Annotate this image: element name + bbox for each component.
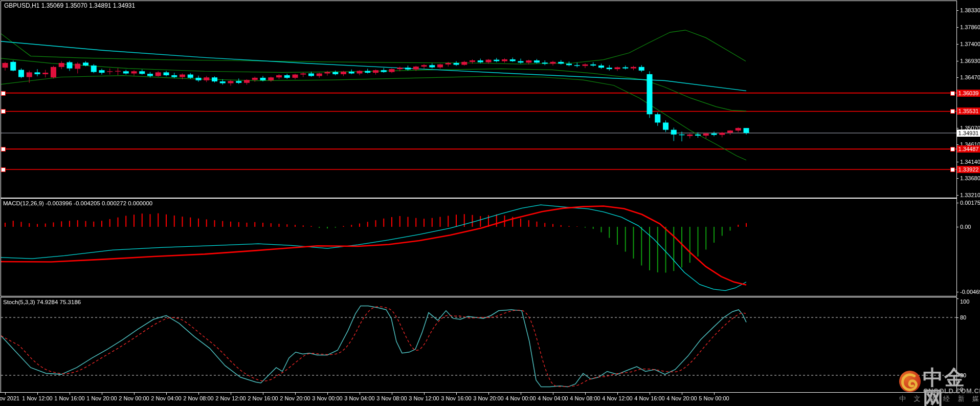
time-axis-label: 4 Nov 00:00 — [505, 395, 536, 401]
time-axis-label: 2 Nov 04:00 — [151, 395, 181, 401]
time-axis-label: 1 Nov 16:00 — [54, 395, 84, 401]
cngold-watermark: 中金网 CNGOLD.COM.CN 中 文 财 经 新 媒 体 — [896, 366, 980, 404]
time-axis-label: 4 Nov 04:00 — [538, 395, 568, 401]
pane-separator-macd[interactable] — [0, 197, 956, 199]
symbol-ohlc-header: GBPUSD,H1 1.35069 1.35070 1.34891 1.3493… — [4, 2, 135, 9]
time-axis-label: 3 Nov 04:00 — [344, 395, 374, 401]
time-axis-label: 4 Nov 20:00 — [666, 395, 697, 401]
hline-left-handle[interactable] — [1, 147, 6, 152]
price-level-badge: 1.33922 — [957, 166, 980, 173]
price-axis-tick-label: 1.33680 — [960, 175, 980, 181]
time-axis-label: 4 Nov 12:00 — [602, 395, 632, 401]
macd-axis-tick-label: 0.001754 — [960, 200, 980, 206]
price-axis-tick-label: 1.34140 — [960, 159, 980, 165]
watermark-domain: CNGOLD.COM.CN — [923, 387, 980, 395]
price-level-badge: 1.35531 — [957, 108, 980, 115]
price-axis-tick-label: 1.33210 — [960, 192, 980, 198]
price-axis-tick-label: 1.36930 — [960, 58, 980, 64]
time-axis-label: 3 Nov 16:00 — [441, 395, 471, 401]
time-axis-label: 5 Nov 00:00 — [699, 395, 729, 401]
time-axis-label: 3 Nov 12:00 — [409, 395, 439, 401]
horizontal-line-object[interactable] — [1, 110, 956, 113]
pane-separator-stoch[interactable] — [0, 295, 956, 297]
price-axis-tick-label: 1.38330 — [960, 7, 980, 13]
hline-right-handle[interactable] — [950, 109, 955, 114]
horizontal-line-object[interactable] — [1, 148, 956, 151]
price-axis-tick-label: 1.36470 — [960, 74, 980, 80]
price-level-badge: 1.36039 — [957, 90, 980, 97]
time-axis-label: 2 Nov 12:00 — [215, 395, 246, 401]
price-axis-tick-label: 1.37860 — [960, 24, 980, 30]
cngold-logo-icon — [898, 370, 922, 393]
horizontal-line-object[interactable] — [1, 92, 956, 95]
watermark-tagline: 中 文 财 经 新 媒 体 — [899, 394, 980, 403]
hline-right-handle[interactable] — [950, 167, 955, 172]
hline-right-handle[interactable] — [950, 147, 955, 152]
macd-indicator-label: MACD(12,26,9) -0.003996 -0.004205 0.0002… — [3, 200, 152, 206]
current-bid-badge: 1.34931 — [957, 130, 980, 137]
time-axis-label: 1 Nov 20:00 — [86, 395, 117, 401]
macd-axis-tick-label: 0.00 — [960, 224, 971, 230]
time-axis-label: 2 Nov 00:00 — [119, 395, 149, 401]
stoch-axis-tick-label: 100 — [960, 298, 969, 305]
macd-axis-tick-label: -0.004698 — [960, 289, 980, 295]
time-axis-label: 2 Nov 20:00 — [280, 395, 310, 401]
time-axis-label: 4 Nov 08:00 — [570, 395, 600, 401]
stoch-indicator-label: Stoch(5,3,3) 74.9284 75.3186 — [3, 299, 81, 305]
horizontal-line-object[interactable] — [1, 168, 956, 171]
time-axis-label: 3 Nov 20:00 — [473, 395, 503, 401]
time-axis-label: 1 Nov 12:00 — [22, 395, 52, 401]
hline-left-handle[interactable] — [1, 109, 6, 114]
price-level-badge: 1.34487 — [957, 145, 980, 153]
hline-left-handle[interactable] — [1, 91, 6, 96]
hline-left-handle[interactable] — [1, 167, 6, 172]
time-axis-label: 2 Nov 08:00 — [183, 395, 213, 401]
time-axis-label: 1 Nov 2021 — [0, 395, 19, 401]
time-axis-label: 3 Nov 00:00 — [312, 395, 342, 401]
time-axis-label: 3 Nov 08:00 — [376, 395, 407, 401]
mt4-chart-window: GBPUSD,H1 1.35069 1.35070 1.34891 1.3493… — [0, 0, 980, 406]
hline-right-handle[interactable] — [950, 91, 955, 96]
price-axis-tick-label: 1.37400 — [960, 41, 980, 47]
time-axis-label: 2 Nov 16:00 — [248, 395, 278, 401]
time-axis-label: 4 Nov 16:00 — [634, 395, 664, 401]
stoch-axis-tick-label: 80 — [960, 314, 966, 320]
